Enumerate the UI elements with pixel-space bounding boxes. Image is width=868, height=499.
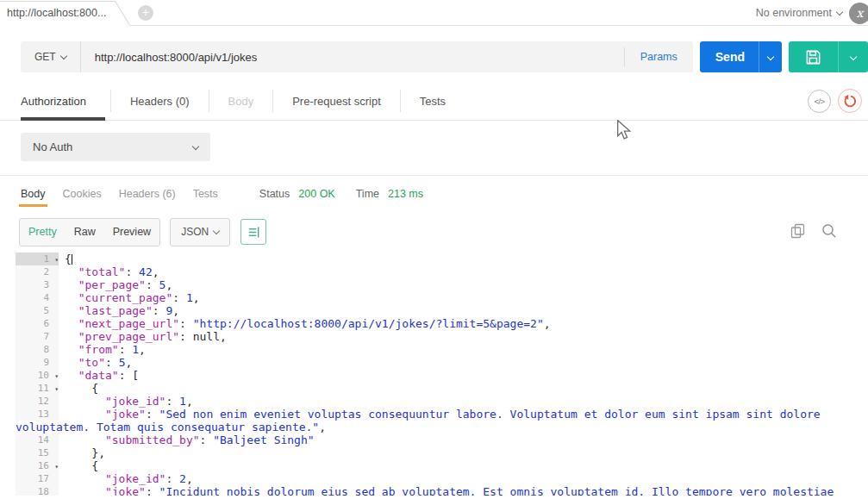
send-label: Send bbox=[700, 50, 759, 64]
avatar-letter: x bbox=[857, 6, 864, 20]
view-mode-pretty[interactable]: Pretty bbox=[20, 226, 66, 238]
tab-body[interactable]: Body bbox=[209, 82, 273, 121]
line-number: 13 bbox=[16, 408, 59, 421]
line-number[interactable]: 1▾ bbox=[16, 253, 59, 265]
code-line: 15 }, bbox=[0, 446, 868, 459]
send-button[interactable]: Send bbox=[700, 41, 782, 72]
avatar[interactable]: x bbox=[849, 3, 868, 24]
tab-tests[interactable]: Tests bbox=[401, 82, 465, 121]
reset-button[interactable] bbox=[838, 89, 862, 113]
line-number: 2 bbox=[16, 265, 59, 278]
time-label: Time bbox=[356, 188, 379, 200]
code-line: 12 "joke_id": 1, bbox=[0, 395, 868, 408]
environment-selector[interactable]: No environment bbox=[756, 0, 842, 26]
response-tab-cookies[interactable]: Cookies bbox=[63, 176, 102, 212]
method-label: GET bbox=[34, 51, 56, 63]
line-number[interactable]: 10▾ bbox=[16, 369, 59, 382]
code-line: 9 "to": 5, bbox=[0, 356, 868, 369]
request-tab-title: http://localhost:800... bbox=[0, 0, 129, 19]
fold-arrow-icon: ▾ bbox=[54, 370, 59, 383]
line-number: 5 bbox=[16, 304, 59, 317]
wrap-lines-button[interactable] bbox=[240, 219, 266, 245]
search-button[interactable] bbox=[821, 223, 837, 242]
line-number: 8 bbox=[16, 343, 59, 356]
code-line: 10▾ "data": [ bbox=[0, 369, 868, 382]
search-icon bbox=[821, 223, 837, 239]
copy-button[interactable] bbox=[790, 223, 806, 242]
environment-label: No environment bbox=[756, 7, 832, 19]
top-bar: http://localhost:800... + No environment… bbox=[0, 0, 868, 26]
line-number: 7 bbox=[16, 330, 59, 343]
code-line: voluptatem. Totam quis consequatur sapie… bbox=[0, 421, 868, 434]
tab-pre-request-script[interactable]: Pre-request script bbox=[273, 82, 400, 121]
request-builder: GET http://localhost:8000/api/v1/jokes P… bbox=[21, 41, 868, 72]
format-label: JSON bbox=[181, 226, 209, 238]
request-tab[interactable]: http://localhost:800... bbox=[0, 0, 129, 27]
fold-arrow-icon: ▾ bbox=[54, 253, 59, 266]
code-line: 5 "last_page": 9, bbox=[0, 304, 868, 317]
tab-authorization[interactable]: Authorization bbox=[21, 82, 110, 121]
save-options-chevron[interactable] bbox=[839, 49, 868, 65]
response-tab-body[interactable]: Body bbox=[21, 176, 46, 212]
save-button[interactable] bbox=[789, 41, 868, 72]
line-number: 4 bbox=[16, 291, 59, 304]
line-number[interactable]: 11▾ bbox=[16, 382, 59, 395]
line-number: 15 bbox=[16, 446, 59, 459]
response-body-code[interactable]: 1▾{2 "total": 42,3 "per_page": 5,4 "curr… bbox=[0, 253, 868, 496]
copy-icon bbox=[790, 223, 806, 239]
view-mode-raw[interactable]: Raw bbox=[66, 226, 104, 238]
indent-icon bbox=[247, 225, 261, 240]
url-input[interactable]: http://localhost:8000/api/v1/jokes bbox=[81, 51, 624, 64]
line-number: 9 bbox=[16, 356, 59, 369]
method-dropdown[interactable]: GET bbox=[21, 51, 80, 63]
fold-arrow-icon: ▾ bbox=[54, 460, 59, 473]
line-number: 17 bbox=[16, 472, 59, 485]
tab-headers[interactable]: Headers (0) bbox=[111, 82, 209, 121]
new-tab-button[interactable]: + bbox=[138, 5, 153, 21]
line-number: 6 bbox=[16, 317, 59, 330]
view-mode-preview[interactable]: Preview bbox=[104, 226, 159, 238]
time-value: 213 ms bbox=[388, 188, 423, 200]
response-tab-tests[interactable]: Tests bbox=[193, 176, 218, 212]
line-number: 12 bbox=[16, 395, 59, 408]
auth-type-label: No Auth bbox=[33, 140, 72, 153]
status-label: Status bbox=[259, 188, 290, 200]
params-button[interactable]: Params bbox=[625, 51, 693, 63]
code-line: 2 "total": 42, bbox=[0, 265, 868, 278]
fold-arrow-icon: ▾ bbox=[54, 383, 59, 396]
response-meta: Status 200 OK Time 213 ms bbox=[259, 188, 444, 200]
chevron-down-icon bbox=[59, 53, 66, 59]
auth-type-dropdown[interactable]: No Auth bbox=[21, 133, 210, 161]
code-line: 11▾ { bbox=[0, 382, 868, 395]
code-line: 1▾{ bbox=[0, 253, 868, 265]
url-bar: GET http://localhost:8000/api/v1/jokes P… bbox=[21, 41, 693, 72]
undo-arrow-icon bbox=[843, 94, 858, 109]
line-number[interactable]: 16▾ bbox=[16, 459, 59, 472]
format-dropdown[interactable]: JSON bbox=[170, 218, 230, 246]
save-icon bbox=[789, 49, 838, 65]
chevron-down-icon bbox=[192, 142, 199, 149]
line-number: 14 bbox=[16, 434, 59, 446]
generate-code-button[interactable]: </> bbox=[808, 90, 831, 113]
plus-icon: + bbox=[142, 5, 149, 19]
response-header: Body Cookies Headers (6) Tests Status 20… bbox=[0, 176, 868, 212]
code-line: 16▾ { bbox=[0, 459, 868, 472]
auth-section: No Auth bbox=[21, 133, 868, 161]
request-tabs: Authorization Headers (0) Body Pre-reque… bbox=[0, 82, 868, 121]
code-line: 13 "joke": "Sed non enim eveniet volupta… bbox=[0, 408, 868, 421]
send-options-chevron[interactable] bbox=[759, 49, 782, 65]
response-tab-headers[interactable]: Headers (6) bbox=[119, 176, 176, 212]
code-line: 3 "per_page": 5, bbox=[0, 278, 868, 291]
line-number: 3 bbox=[16, 278, 59, 291]
status-value: 200 OK bbox=[298, 188, 334, 200]
chevron-down-icon bbox=[767, 53, 774, 60]
line-number: 18 bbox=[16, 485, 59, 496]
code-line: 17 "joke_id": 2, bbox=[0, 472, 868, 485]
view-mode-group: Pretty Raw Preview bbox=[19, 218, 160, 246]
code-line: 4 "current_page": 1, bbox=[0, 291, 868, 304]
code-line: 14 "submitted_by": "Baljeet Singh" bbox=[0, 434, 868, 446]
chevron-down-icon bbox=[836, 9, 843, 16]
code-icon: </> bbox=[814, 97, 824, 106]
chevron-down-icon bbox=[213, 228, 220, 234]
code-line: 18 "joke": "Incidunt nobis dolorum eius … bbox=[0, 485, 868, 496]
